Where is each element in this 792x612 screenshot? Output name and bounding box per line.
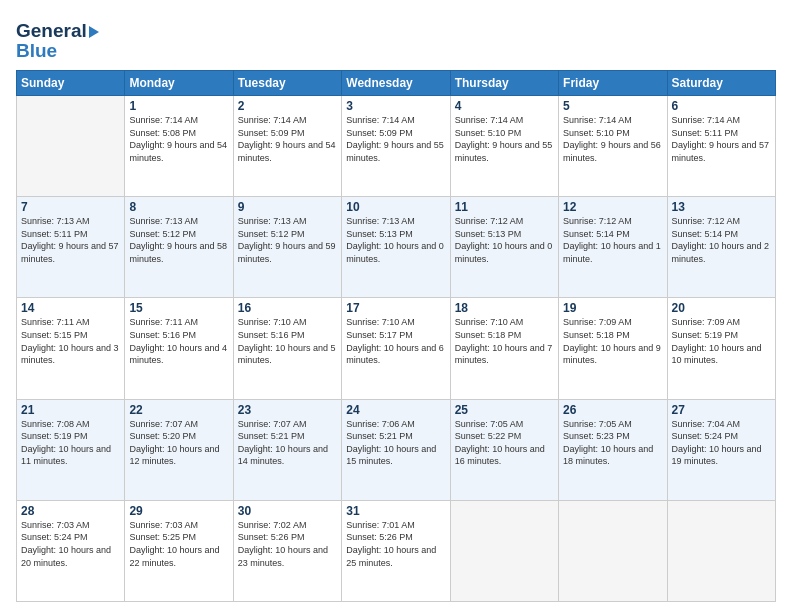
day-number: 16	[238, 301, 337, 315]
day-info: Sunrise: 7:13 AMSunset: 5:13 PMDaylight:…	[346, 215, 445, 265]
day-number: 13	[672, 200, 771, 214]
weekday-header-thursday: Thursday	[450, 71, 558, 96]
calendar-cell: 29Sunrise: 7:03 AMSunset: 5:25 PMDayligh…	[125, 500, 233, 601]
week-row-3: 14Sunrise: 7:11 AMSunset: 5:15 PMDayligh…	[17, 298, 776, 399]
calendar-cell: 13Sunrise: 7:12 AMSunset: 5:14 PMDayligh…	[667, 197, 775, 298]
calendar-cell: 6Sunrise: 7:14 AMSunset: 5:11 PMDaylight…	[667, 96, 775, 197]
weekday-header-wednesday: Wednesday	[342, 71, 450, 96]
calendar-cell: 4Sunrise: 7:14 AMSunset: 5:10 PMDaylight…	[450, 96, 558, 197]
logo-arrow-icon	[89, 26, 99, 38]
calendar-cell: 2Sunrise: 7:14 AMSunset: 5:09 PMDaylight…	[233, 96, 341, 197]
day-info: Sunrise: 7:02 AMSunset: 5:26 PMDaylight:…	[238, 519, 337, 569]
day-number: 19	[563, 301, 662, 315]
day-number: 6	[672, 99, 771, 113]
day-number: 23	[238, 403, 337, 417]
day-info: Sunrise: 7:07 AMSunset: 5:20 PMDaylight:…	[129, 418, 228, 468]
calendar-cell: 24Sunrise: 7:06 AMSunset: 5:21 PMDayligh…	[342, 399, 450, 500]
calendar-cell: 9Sunrise: 7:13 AMSunset: 5:12 PMDaylight…	[233, 197, 341, 298]
day-info: Sunrise: 7:14 AMSunset: 5:09 PMDaylight:…	[346, 114, 445, 164]
calendar-cell: 14Sunrise: 7:11 AMSunset: 5:15 PMDayligh…	[17, 298, 125, 399]
weekday-header-sunday: Sunday	[17, 71, 125, 96]
day-number: 12	[563, 200, 662, 214]
calendar-cell: 27Sunrise: 7:04 AMSunset: 5:24 PMDayligh…	[667, 399, 775, 500]
logo-general: General	[16, 20, 87, 42]
day-number: 10	[346, 200, 445, 214]
day-number: 31	[346, 504, 445, 518]
week-row-4: 21Sunrise: 7:08 AMSunset: 5:19 PMDayligh…	[17, 399, 776, 500]
calendar-cell: 10Sunrise: 7:13 AMSunset: 5:13 PMDayligh…	[342, 197, 450, 298]
day-info: Sunrise: 7:14 AMSunset: 5:11 PMDaylight:…	[672, 114, 771, 164]
day-info: Sunrise: 7:07 AMSunset: 5:21 PMDaylight:…	[238, 418, 337, 468]
calendar-cell	[450, 500, 558, 601]
day-number: 1	[129, 99, 228, 113]
day-info: Sunrise: 7:10 AMSunset: 5:16 PMDaylight:…	[238, 316, 337, 366]
day-info: Sunrise: 7:14 AMSunset: 5:08 PMDaylight:…	[129, 114, 228, 164]
calendar-cell: 23Sunrise: 7:07 AMSunset: 5:21 PMDayligh…	[233, 399, 341, 500]
calendar-cell	[559, 500, 667, 601]
calendar-cell: 3Sunrise: 7:14 AMSunset: 5:09 PMDaylight…	[342, 96, 450, 197]
day-info: Sunrise: 7:09 AMSunset: 5:18 PMDaylight:…	[563, 316, 662, 366]
day-number: 9	[238, 200, 337, 214]
day-number: 27	[672, 403, 771, 417]
header: General Blue	[16, 16, 776, 62]
calendar-cell: 22Sunrise: 7:07 AMSunset: 5:20 PMDayligh…	[125, 399, 233, 500]
logo-blue: Blue	[16, 40, 57, 62]
day-number: 26	[563, 403, 662, 417]
day-number: 18	[455, 301, 554, 315]
calendar-cell: 28Sunrise: 7:03 AMSunset: 5:24 PMDayligh…	[17, 500, 125, 601]
day-number: 8	[129, 200, 228, 214]
day-info: Sunrise: 7:04 AMSunset: 5:24 PMDaylight:…	[672, 418, 771, 468]
weekday-header-saturday: Saturday	[667, 71, 775, 96]
calendar-cell: 25Sunrise: 7:05 AMSunset: 5:22 PMDayligh…	[450, 399, 558, 500]
day-info: Sunrise: 7:13 AMSunset: 5:11 PMDaylight:…	[21, 215, 120, 265]
day-number: 7	[21, 200, 120, 214]
day-info: Sunrise: 7:14 AMSunset: 5:10 PMDaylight:…	[563, 114, 662, 164]
day-info: Sunrise: 7:06 AMSunset: 5:21 PMDaylight:…	[346, 418, 445, 468]
weekday-header-tuesday: Tuesday	[233, 71, 341, 96]
calendar-cell: 30Sunrise: 7:02 AMSunset: 5:26 PMDayligh…	[233, 500, 341, 601]
calendar-cell: 5Sunrise: 7:14 AMSunset: 5:10 PMDaylight…	[559, 96, 667, 197]
day-info: Sunrise: 7:09 AMSunset: 5:19 PMDaylight:…	[672, 316, 771, 366]
page: General Blue SundayMondayTuesdayWednesda…	[0, 0, 792, 612]
week-row-2: 7Sunrise: 7:13 AMSunset: 5:11 PMDaylight…	[17, 197, 776, 298]
day-number: 30	[238, 504, 337, 518]
calendar-table: SundayMondayTuesdayWednesdayThursdayFrid…	[16, 70, 776, 602]
weekday-header-friday: Friday	[559, 71, 667, 96]
day-info: Sunrise: 7:14 AMSunset: 5:10 PMDaylight:…	[455, 114, 554, 164]
calendar-cell: 8Sunrise: 7:13 AMSunset: 5:12 PMDaylight…	[125, 197, 233, 298]
day-info: Sunrise: 7:05 AMSunset: 5:23 PMDaylight:…	[563, 418, 662, 468]
day-number: 21	[21, 403, 120, 417]
logo: General Blue	[16, 20, 99, 62]
calendar-cell: 11Sunrise: 7:12 AMSunset: 5:13 PMDayligh…	[450, 197, 558, 298]
day-info: Sunrise: 7:10 AMSunset: 5:17 PMDaylight:…	[346, 316, 445, 366]
day-number: 25	[455, 403, 554, 417]
day-info: Sunrise: 7:12 AMSunset: 5:13 PMDaylight:…	[455, 215, 554, 265]
day-number: 28	[21, 504, 120, 518]
day-info: Sunrise: 7:13 AMSunset: 5:12 PMDaylight:…	[238, 215, 337, 265]
day-number: 5	[563, 99, 662, 113]
day-info: Sunrise: 7:11 AMSunset: 5:16 PMDaylight:…	[129, 316, 228, 366]
day-number: 24	[346, 403, 445, 417]
calendar-cell: 20Sunrise: 7:09 AMSunset: 5:19 PMDayligh…	[667, 298, 775, 399]
day-number: 4	[455, 99, 554, 113]
day-info: Sunrise: 7:10 AMSunset: 5:18 PMDaylight:…	[455, 316, 554, 366]
calendar-cell: 16Sunrise: 7:10 AMSunset: 5:16 PMDayligh…	[233, 298, 341, 399]
calendar-cell	[17, 96, 125, 197]
calendar-cell	[667, 500, 775, 601]
day-number: 3	[346, 99, 445, 113]
day-info: Sunrise: 7:12 AMSunset: 5:14 PMDaylight:…	[563, 215, 662, 265]
calendar-cell: 1Sunrise: 7:14 AMSunset: 5:08 PMDaylight…	[125, 96, 233, 197]
calendar-cell: 17Sunrise: 7:10 AMSunset: 5:17 PMDayligh…	[342, 298, 450, 399]
day-info: Sunrise: 7:14 AMSunset: 5:09 PMDaylight:…	[238, 114, 337, 164]
day-number: 22	[129, 403, 228, 417]
calendar-cell: 7Sunrise: 7:13 AMSunset: 5:11 PMDaylight…	[17, 197, 125, 298]
day-info: Sunrise: 7:03 AMSunset: 5:24 PMDaylight:…	[21, 519, 120, 569]
day-info: Sunrise: 7:12 AMSunset: 5:14 PMDaylight:…	[672, 215, 771, 265]
day-number: 14	[21, 301, 120, 315]
day-info: Sunrise: 7:13 AMSunset: 5:12 PMDaylight:…	[129, 215, 228, 265]
day-info: Sunrise: 7:03 AMSunset: 5:25 PMDaylight:…	[129, 519, 228, 569]
calendar-cell: 21Sunrise: 7:08 AMSunset: 5:19 PMDayligh…	[17, 399, 125, 500]
day-number: 15	[129, 301, 228, 315]
week-row-5: 28Sunrise: 7:03 AMSunset: 5:24 PMDayligh…	[17, 500, 776, 601]
calendar-cell: 12Sunrise: 7:12 AMSunset: 5:14 PMDayligh…	[559, 197, 667, 298]
